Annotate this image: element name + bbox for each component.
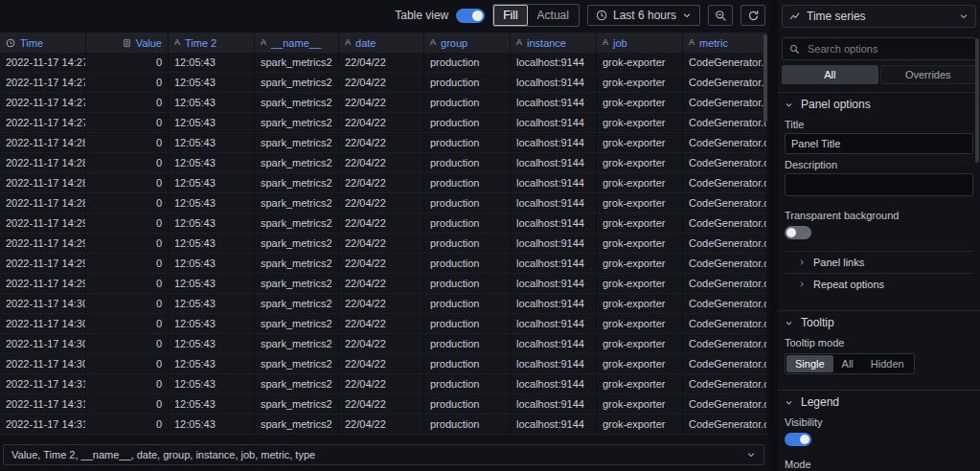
table-cell-job: grok-exporter <box>597 374 683 394</box>
tooltip-mode-hidden[interactable]: Hidden <box>862 355 913 372</box>
table-row[interactable]: 2022-11-17 14:30:00012:05:43spark_metric… <box>0 294 767 314</box>
table-row[interactable]: 2022-11-17 14:30:45012:05:43spark_metric… <box>0 354 767 374</box>
table-cell-instance: localhost:9144 <box>511 153 597 173</box>
table-cell-metric: CodeGenerator.com… <box>683 113 767 133</box>
table-cell-metric: CodeGenerator.com… <box>683 254 767 274</box>
zoom-out-button[interactable] <box>708 5 733 26</box>
panel-options-subsections: Panel links Repeat options <box>785 251 973 295</box>
table-cell-time: 2022-11-17 14:28:30 <box>0 173 86 193</box>
tab-overrides[interactable]: Overrides <box>880 65 977 84</box>
table-cell-group: production <box>424 294 511 314</box>
column-header-group[interactable]: Agroup <box>424 33 511 53</box>
tooltip-mode-label: Tooltip mode <box>785 337 973 348</box>
panel-options-content: Title Description Transparent background… <box>778 119 980 303</box>
table-cell-value: 0 <box>86 274 169 294</box>
table-cell-time: 2022-11-17 14:31:00 <box>0 374 86 394</box>
tooltip-mode-all[interactable]: All <box>833 355 862 372</box>
table-cell-time: 2022-11-17 14:27:15 <box>0 73 86 93</box>
table-row[interactable]: 2022-11-17 14:30:30012:05:43spark_metric… <box>0 334 767 354</box>
table-cell-name: spark_metrics2 <box>255 374 339 394</box>
table-row[interactable]: 2022-11-17 14:28:45012:05:43spark_metric… <box>0 193 767 213</box>
tab-all[interactable]: All <box>782 65 878 84</box>
table-row[interactable]: 2022-11-17 14:28:30012:05:43spark_metric… <box>0 173 767 193</box>
panel-title-input[interactable] <box>785 133 973 154</box>
table-cell-group: production <box>424 173 511 193</box>
search-input[interactable] <box>806 42 969 56</box>
column-header-time[interactable]: Time <box>0 33 86 53</box>
table-row[interactable]: 2022-11-17 14:29:15012:05:43spark_metric… <box>0 234 767 254</box>
column-header-date[interactable]: Adate <box>339 33 424 53</box>
table-cell-date: 22/04/22 <box>339 173 424 193</box>
tooltip-mode-single[interactable]: Single <box>786 355 833 372</box>
table-cell-name: spark_metrics2 <box>255 53 339 73</box>
table-cell-metric: CodeGenerator.com… <box>683 193 767 213</box>
table-row[interactable]: 2022-11-17 14:29:00012:05:43spark_metric… <box>0 213 767 234</box>
table-cell-name: spark_metrics2 <box>255 415 339 435</box>
panel-links-collapse[interactable]: Panel links <box>785 251 973 273</box>
chevron-right-icon <box>798 280 806 288</box>
tooltip-header[interactable]: Tooltip <box>778 311 980 332</box>
table-cell-value: 0 <box>86 374 169 394</box>
column-header-time-2[interactable]: ATime 2 <box>169 33 255 53</box>
options-scrollbar[interactable] <box>975 38 979 163</box>
table-scrollbar[interactable] <box>763 34 767 123</box>
table-cell-job: grok-exporter <box>597 173 683 193</box>
table-row[interactable]: 2022-11-17 14:30:15012:05:43spark_metric… <box>0 314 767 334</box>
refresh-button[interactable] <box>741 5 765 26</box>
table-cell-group: production <box>424 334 511 354</box>
chevron-down-icon <box>746 450 756 460</box>
column-header-label: job <box>613 37 627 49</box>
table-cell-value: 0 <box>86 394 169 415</box>
column-header-instance[interactable]: Ainstance <box>511 33 597 53</box>
column-header-job[interactable]: Ajob <box>597 33 683 53</box>
table-cell-time: 2022-11-17 14:28:45 <box>0 193 86 213</box>
table-row[interactable]: 2022-11-17 14:28:15012:05:43spark_metric… <box>0 153 767 173</box>
letter-a-icon: A <box>689 38 695 47</box>
table-cell-metric: CodeGenerator.com… <box>683 314 767 334</box>
toggle-knob <box>800 435 809 444</box>
fill-option[interactable]: Fill <box>493 5 527 26</box>
table-row[interactable]: 2022-11-17 14:31:15012:05:43spark_metric… <box>0 394 767 415</box>
table-row[interactable]: 2022-11-17 14:27:00012:05:43spark_metric… <box>0 53 767 73</box>
transparent-background-toggle[interactable] <box>785 226 811 239</box>
legend-visibility-toggle[interactable] <box>785 433 811 446</box>
table-cell-group: production <box>424 415 511 435</box>
legend-header[interactable]: Legend <box>778 391 980 412</box>
table-cell-time-2: 12:05:43 <box>169 274 255 294</box>
visualization-picker[interactable]: Time series <box>782 5 976 28</box>
table-row[interactable]: 2022-11-17 14:28:00012:05:43spark_metric… <box>0 133 767 153</box>
table-row[interactable]: 2022-11-17 14:27:15012:05:43spark_metric… <box>0 73 767 93</box>
fields-dropdown[interactable]: Value, Time 2, __name__, date, group, in… <box>3 444 764 465</box>
table-row[interactable]: 2022-11-17 14:27:45012:05:43spark_metric… <box>0 113 767 133</box>
pane-splitter[interactable] <box>769 0 778 471</box>
clock-icon <box>6 38 15 48</box>
panel-options-header[interactable]: Panel options <box>778 93 980 114</box>
table-cell-name: spark_metrics2 <box>255 193 339 213</box>
table-cell-time: 2022-11-17 14:29:15 <box>0 234 86 254</box>
table-row[interactable]: 2022-11-17 14:29:45012:05:43spark_metric… <box>0 274 767 294</box>
table-row[interactable]: 2022-11-17 14:31:00012:05:43spark_metric… <box>0 374 767 394</box>
table-view-toggle[interactable] <box>456 9 485 23</box>
column-header-metric[interactable]: Ametric <box>683 33 767 53</box>
table-panel: TimeValueATime 2A__name__AdateAgroupAins… <box>0 33 767 435</box>
table-cell-name: spark_metrics2 <box>255 274 339 294</box>
calculator-icon <box>123 38 131 48</box>
table-cell-date: 22/04/22 <box>339 93 424 113</box>
table-cell-time-2: 12:05:43 <box>169 254 255 274</box>
column-header-name[interactable]: A__name__ <box>255 33 339 53</box>
actual-option[interactable]: Actual <box>528 5 579 26</box>
description-input[interactable] <box>785 173 973 196</box>
repeat-options-collapse[interactable]: Repeat options <box>785 273 973 295</box>
table-cell-job: grok-exporter <box>597 213 683 234</box>
table-row[interactable]: 2022-11-17 14:29:30012:05:43spark_metric… <box>0 254 767 274</box>
table-row[interactable]: 2022-11-17 14:31:30012:05:43spark_metric… <box>0 415 767 435</box>
table-cell-name: spark_metrics2 <box>255 93 339 113</box>
time-range-picker[interactable]: Last 6 hours <box>587 5 700 26</box>
table-cell-time-2: 12:05:43 <box>169 153 255 173</box>
letter-a-icon: A <box>345 38 351 47</box>
table-cell-time: 2022-11-17 14:30:00 <box>0 294 86 314</box>
table-cell-date: 22/04/22 <box>339 133 424 153</box>
table-row[interactable]: 2022-11-17 14:27:30012:05:43spark_metric… <box>0 93 767 113</box>
column-header-value[interactable]: Value <box>86 33 169 53</box>
table-cell-time-2: 12:05:43 <box>169 415 255 435</box>
